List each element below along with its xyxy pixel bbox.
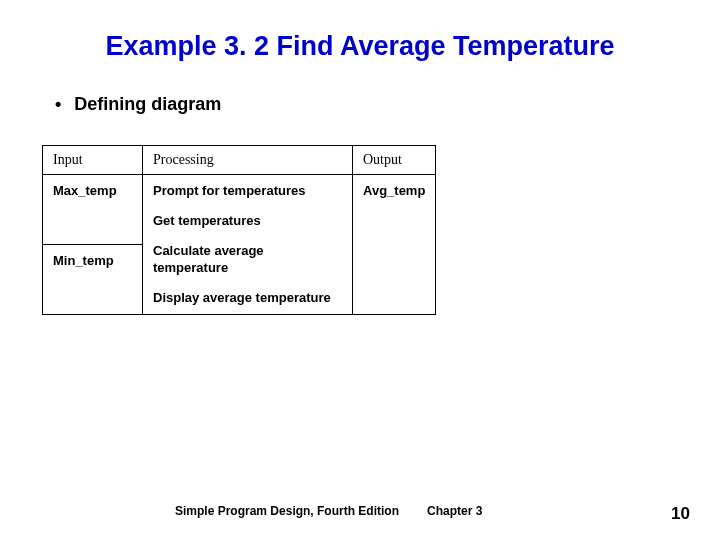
- slide-title: Example 3. 2 Find Average Temperature: [30, 30, 690, 64]
- footer-book-title: Simple Program Design, Fourth Edition: [175, 504, 399, 518]
- input-cell-2: Min_temp: [43, 244, 143, 314]
- input-cell-1: Max_temp: [43, 174, 143, 244]
- output-cell: Avg_temp: [353, 174, 436, 314]
- footer: Simple Program Design, Fourth Edition Ch…: [0, 504, 720, 518]
- header-input: Input: [43, 145, 143, 174]
- processing-item: Calculate average temperature: [153, 243, 342, 276]
- header-processing: Processing: [143, 145, 353, 174]
- footer-chapter: Chapter 3: [427, 504, 482, 518]
- header-output: Output: [353, 145, 436, 174]
- processing-item: Display average temperature: [153, 290, 342, 306]
- table-row: Max_temp Prompt for temperatures Get tem…: [43, 174, 436, 244]
- defining-diagram-table: Input Processing Output Max_temp Prompt …: [42, 145, 436, 315]
- bullet-section: Defining diagram: [55, 94, 690, 115]
- bullet-item: Defining diagram: [55, 94, 690, 115]
- processing-item: Prompt for temperatures: [153, 183, 342, 199]
- processing-cell: Prompt for temperatures Get temperatures…: [143, 174, 353, 314]
- footer-page-number: 10: [671, 504, 690, 524]
- processing-item: Get temperatures: [153, 213, 342, 229]
- table-header-row: Input Processing Output: [43, 145, 436, 174]
